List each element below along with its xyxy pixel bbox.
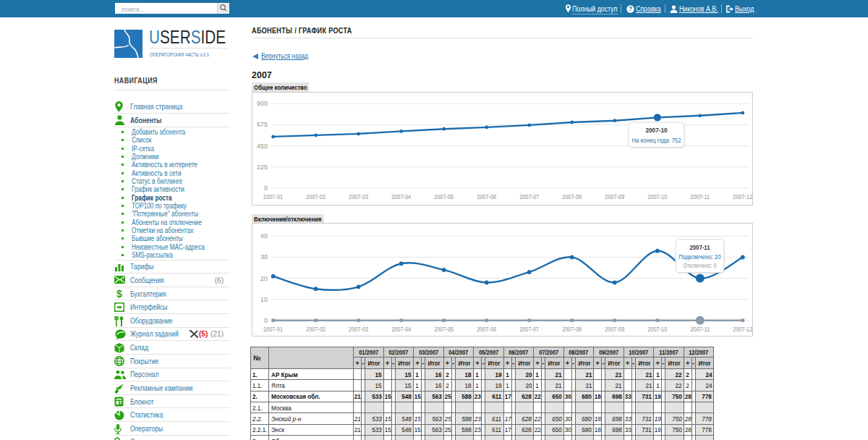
svg-text:225: 225 xyxy=(257,164,268,171)
svg-text:2007-09: 2007-09 xyxy=(605,193,624,200)
svg-text:2007-04: 2007-04 xyxy=(391,326,411,333)
svg-text:2007-11: 2007-11 xyxy=(690,193,710,200)
svg-text:2007-10: 2007-10 xyxy=(647,326,667,333)
svg-text:2007-07: 2007-07 xyxy=(519,193,539,200)
svg-text:?: ? xyxy=(629,5,632,12)
svg-text:2007-10: 2007-10 xyxy=(646,126,668,134)
svg-text:20: 20 xyxy=(260,275,268,282)
svg-text:2007-12: 2007-12 xyxy=(733,193,752,200)
svg-text:На конец года: 752: На конец года: 752 xyxy=(632,136,681,144)
svg-text:2007-03: 2007-03 xyxy=(349,193,368,200)
svg-text:2007-01: 2007-01 xyxy=(263,193,283,200)
svg-text:2007-02: 2007-02 xyxy=(306,326,326,333)
svg-text:2007-12: 2007-12 xyxy=(733,326,752,333)
svg-text:2007-09: 2007-09 xyxy=(605,326,624,333)
svg-text:2007-03: 2007-03 xyxy=(349,326,368,333)
svg-text:Отключено: 0: Отключено: 0 xyxy=(684,261,717,269)
svg-text:0: 0 xyxy=(264,317,268,324)
svg-text:2007-02: 2007-02 xyxy=(306,193,326,200)
svg-text:0: 0 xyxy=(264,185,268,192)
svg-text:2007-05: 2007-05 xyxy=(434,193,454,200)
svg-text:30: 30 xyxy=(260,253,268,261)
svg-text:2007-05: 2007-05 xyxy=(434,326,454,333)
svg-text:2007-04: 2007-04 xyxy=(391,193,411,200)
svg-text:900: 900 xyxy=(257,100,268,107)
svg-text:2007-08: 2007-08 xyxy=(562,193,582,200)
svg-text:2007-07: 2007-07 xyxy=(519,326,539,333)
svg-text:675: 675 xyxy=(257,121,268,128)
svg-text:40: 40 xyxy=(260,232,268,240)
svg-text:2007-01: 2007-01 xyxy=(263,326,283,333)
svg-text:2007-11: 2007-11 xyxy=(690,243,711,251)
svg-text:Подключено: 20: Подключено: 20 xyxy=(679,253,721,261)
svg-text:10: 10 xyxy=(260,296,268,303)
svg-text:2007-10: 2007-10 xyxy=(647,193,667,200)
svg-text:450: 450 xyxy=(257,143,268,150)
svg-text:2007-08: 2007-08 xyxy=(562,326,582,333)
svg-text:2007-06: 2007-06 xyxy=(477,193,496,200)
svg-text:2007-11: 2007-11 xyxy=(690,326,710,333)
svg-text:$: $ xyxy=(116,289,122,299)
svg-text:2007-06: 2007-06 xyxy=(477,326,496,333)
